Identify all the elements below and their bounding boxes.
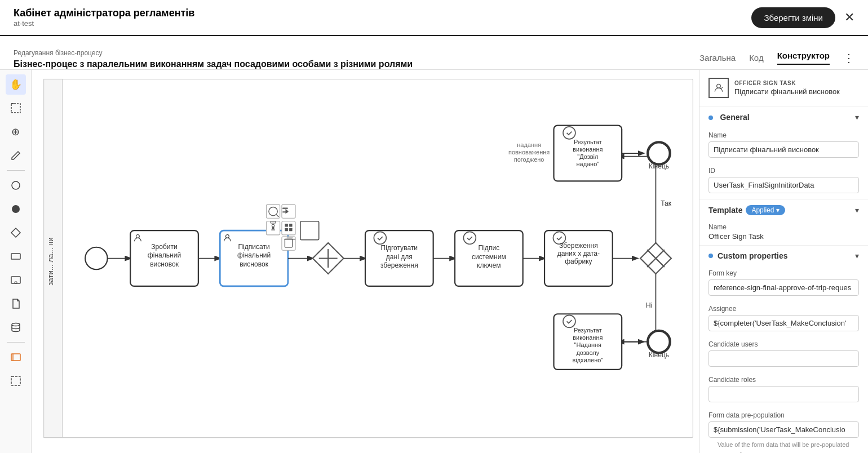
svg-text:повноваження: повноваження xyxy=(508,149,550,156)
nav-tabs: Загальна Код Конструктор ⋮ xyxy=(699,51,854,69)
id-input[interactable] xyxy=(708,177,859,193)
sidebar-toolbar: ✋ ⊕ xyxy=(0,70,32,453)
diamond-tool-button[interactable] xyxy=(6,223,26,243)
svg-text:збереження: збереження xyxy=(380,261,418,269)
assignee-label: Assignee xyxy=(708,305,859,313)
app-title: Кабінет адміністратора регламентів xyxy=(14,7,194,19)
svg-text:погоджено: погоджено xyxy=(514,156,544,163)
panel-task-name: Підписати фінальний висновок xyxy=(734,87,840,96)
canvas-area[interactable]: зати... ла... ни Зробити фінальний висно… xyxy=(32,70,699,453)
svg-text:Ні: Ні xyxy=(646,301,652,309)
pencil-icon xyxy=(10,150,21,161)
diamond-icon xyxy=(10,227,21,238)
svg-marker-4 xyxy=(11,228,20,237)
svg-text:Підписати: Підписати xyxy=(238,243,269,251)
template-section-header[interactable]: Template Applied ▾ ▾ xyxy=(699,199,868,221)
svg-rect-41 xyxy=(285,228,287,231)
tab-general[interactable]: Загальна xyxy=(699,53,736,63)
svg-text:Підготувати: Підготувати xyxy=(381,244,418,252)
svg-text:системним: системним xyxy=(472,253,506,261)
name-input[interactable] xyxy=(708,141,859,158)
bpmn-diagram: зати... ла... ни Зробити фінальний висно… xyxy=(32,70,699,453)
hint-title: Value of the form data that will be pre-… xyxy=(718,441,849,453)
breadcrumb-area: Редагування бізнес-процесу Бізнес-процес… xyxy=(14,49,413,69)
general-chevron-icon: ▾ xyxy=(855,113,859,122)
filled-circle-tool-button[interactable] xyxy=(6,199,26,219)
template-name-label: Name xyxy=(708,223,859,231)
panel-task-type: OFFICER SIGN TASK xyxy=(734,80,840,86)
custom-props-header[interactable]: Custom properties ▾ xyxy=(699,246,868,266)
svg-text:Результат: Результат xyxy=(574,139,602,145)
rect-tool-button[interactable] xyxy=(6,246,26,267)
close-button[interactable]: ✕ xyxy=(844,10,854,25)
candidate-users-field: Candidate users xyxy=(699,337,868,372)
lasso-tool-button[interactable] xyxy=(6,98,26,118)
circle-outline-icon xyxy=(10,180,21,191)
svg-point-3 xyxy=(12,205,20,213)
doc-tool-button[interactable] xyxy=(6,294,26,314)
header-actions: Зберегти зміни ✕ xyxy=(751,7,854,28)
template-title-area: Template Applied ▾ xyxy=(708,205,785,215)
move-tool-button[interactable]: ⊕ xyxy=(6,122,26,142)
svg-text:фінальний: фінальний xyxy=(148,251,181,259)
toolbar-divider xyxy=(7,170,25,171)
form-key-input[interactable] xyxy=(708,279,859,296)
db-tool-button[interactable] xyxy=(6,317,26,337)
candidate-roles-input[interactable] xyxy=(708,386,859,402)
svg-rect-38 xyxy=(282,221,295,235)
pool-icon xyxy=(10,352,21,363)
app-header: Кабінет адміністратора регламентів at-te… xyxy=(0,0,868,36)
form-data-hint: Value of the form data that will be pre-… xyxy=(708,438,859,453)
candidate-roles-label: Candidate roles xyxy=(708,376,859,384)
save-button[interactable]: Зберегти зміни xyxy=(751,7,835,28)
svg-text:"Дозвіл: "Дозвіл xyxy=(577,153,598,160)
name-label: Name xyxy=(708,131,859,139)
tab-code[interactable]: Код xyxy=(749,53,764,63)
svg-rect-6 xyxy=(11,277,20,283)
document-icon xyxy=(10,298,21,309)
form-data-input[interactable] xyxy=(708,421,859,438)
svg-rect-32 xyxy=(282,208,288,209)
create-tool-button[interactable] xyxy=(6,145,26,166)
circle-filled-icon xyxy=(10,203,21,215)
svg-text:Підпис: Підпис xyxy=(479,244,500,252)
pool-tool-button[interactable] xyxy=(6,347,26,367)
subprocess-icon xyxy=(10,274,21,286)
form-data-field: Form data pre-population Value of the fo… xyxy=(699,408,868,453)
svg-text:Зробити: Зробити xyxy=(151,243,178,251)
id-label: ID xyxy=(708,167,859,175)
toolbar-divider-2 xyxy=(7,342,25,343)
svg-rect-39 xyxy=(285,224,287,226)
svg-point-15 xyxy=(85,247,107,269)
tab-constructor[interactable]: Конструктор xyxy=(777,51,830,65)
selection-tool-button[interactable] xyxy=(6,371,26,391)
svg-point-34 xyxy=(272,227,274,229)
rectangle-icon xyxy=(10,251,21,262)
panel-task-info: OFFICER SIGN TASK Підписати фінальний ви… xyxy=(734,80,840,96)
selection-icon xyxy=(10,375,21,387)
custom-props-title: Custom properties xyxy=(718,251,787,260)
svg-text:Збереження: Збереження xyxy=(559,242,598,250)
svg-text:"Надання: "Надання xyxy=(574,341,601,348)
general-section-header[interactable]: General ▾ xyxy=(699,106,868,128)
svg-point-102 xyxy=(717,84,721,88)
more-options-button[interactable]: ⋮ xyxy=(843,51,854,65)
right-panel: OFFICER SIGN TASK Підписати фінальний ви… xyxy=(699,70,868,453)
svg-point-87 xyxy=(648,142,670,164)
svg-rect-7 xyxy=(15,282,17,283)
main-layout: ✋ ⊕ xyxy=(0,70,868,453)
svg-point-100 xyxy=(648,331,670,353)
svg-text:фабрику: фабрику xyxy=(565,257,592,265)
assignee-input[interactable] xyxy=(708,315,859,331)
svg-rect-31 xyxy=(282,211,288,212)
template-badge-label: Applied xyxy=(751,206,774,214)
subprocess-tool-button[interactable] xyxy=(6,270,26,290)
general-section-title: General xyxy=(720,113,749,122)
svg-text:Кінець: Кінець xyxy=(649,162,669,170)
hand-tool-button[interactable]: ✋ xyxy=(6,74,26,95)
svg-text:дозволу: дозволу xyxy=(576,349,599,356)
officer-sign-icon xyxy=(713,82,724,94)
svg-rect-42 xyxy=(289,228,292,231)
candidate-users-input[interactable] xyxy=(708,350,859,367)
circle-tool-button[interactable] xyxy=(6,175,26,196)
